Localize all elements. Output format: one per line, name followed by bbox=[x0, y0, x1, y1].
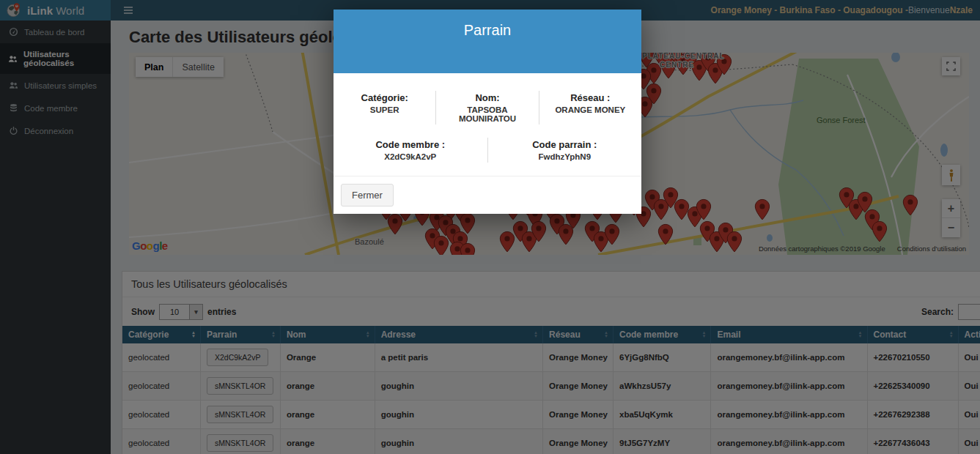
field-label: Catégorie: bbox=[338, 92, 431, 103]
field-label: Code membre : bbox=[338, 139, 483, 150]
field-value: FwdhzYphN9 bbox=[493, 152, 638, 161]
field-label: Nom: bbox=[441, 92, 534, 103]
field-value: TAPSOBA MOUNIRATOU bbox=[441, 105, 534, 123]
field-value: X2dC9kA2vP bbox=[338, 152, 483, 161]
field-label: Réseau : bbox=[544, 92, 637, 103]
field-label: Code parrain : bbox=[493, 139, 638, 150]
close-button[interactable]: Fermer bbox=[341, 184, 394, 206]
parrain-modal: Parrain Catégorie:SUPER Nom:TAPSOBA MOUN… bbox=[334, 10, 641, 214]
modal-header: Parrain bbox=[334, 10, 641, 73]
modal-title: Parrain bbox=[341, 22, 634, 39]
field-value: SUPER bbox=[338, 105, 431, 114]
field-value: ORANGE MONEY bbox=[544, 105, 637, 114]
